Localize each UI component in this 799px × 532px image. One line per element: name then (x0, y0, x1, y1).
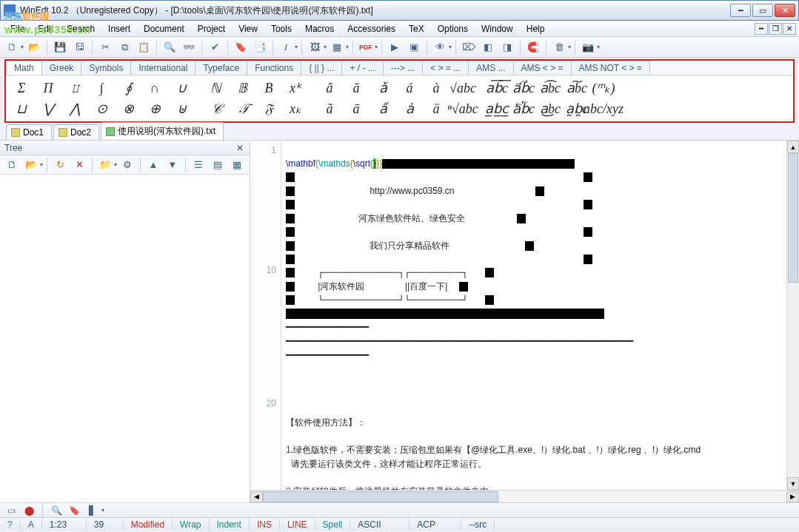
open-file-icon[interactable]: 📂 (25, 39, 43, 55)
symbol-cell[interactable]: ⊔ (8, 98, 35, 119)
compile-dvi-icon[interactable]: ▣ (405, 39, 423, 55)
tab-ams[interactable]: AMS ... (468, 61, 513, 75)
find-in-files-icon[interactable]: 👓 (180, 39, 198, 55)
symbol-cell[interactable]: √abc (449, 78, 476, 98)
mdi-close-button[interactable]: ✕ (783, 23, 796, 35)
mdi-minimize-button[interactable]: ━ (755, 23, 768, 35)
menu-search[interactable]: Search (61, 22, 101, 36)
search-results-icon[interactable]: 🔍 (50, 505, 63, 516)
environment-icon[interactable]: ▦ (328, 39, 346, 55)
minimize-button[interactable]: ━ (730, 4, 751, 17)
menu-edit[interactable]: Edit (32, 22, 59, 36)
code-area[interactable]: \mathbf{\mathds{\sqrt{}}} http://www.pc0… (281, 141, 799, 490)
tree-sort-up-icon[interactable]: ▲ (144, 157, 162, 173)
symbol-cell[interactable]: ǎ (370, 78, 396, 98)
horizontal-scrollbar[interactable]: ◀ ▶ (250, 490, 799, 502)
tree-view2-icon[interactable]: ▤ (209, 157, 227, 173)
symbol-cell[interactable]: ȧ (396, 98, 423, 119)
tree-new-icon[interactable]: 🗋 (3, 157, 21, 173)
tree-props-icon[interactable]: ⚙ (118, 157, 136, 173)
bookmark-set-icon[interactable]: 🔖 (232, 39, 250, 55)
tab-braces[interactable]: { || } ... (301, 61, 342, 75)
compile-tex-icon[interactable]: ▶ (386, 39, 404, 55)
copy-icon[interactable]: ⧉ (116, 39, 133, 55)
symbol-cell[interactable]: xᵏ (282, 78, 309, 98)
find-icon[interactable]: 🔍 (161, 39, 178, 55)
tab-ams-rel[interactable]: AMS < > = (513, 61, 572, 75)
symbol-cell[interactable]: à (423, 78, 449, 98)
tab-typeface[interactable]: Typeface (195, 61, 247, 75)
tab-functions[interactable]: Functions (247, 61, 301, 75)
symbol-cell[interactable]: xₖ (282, 98, 309, 119)
symbol-cell[interactable]: a͞b͞c (484, 78, 510, 98)
vscroll-thumb[interactable] (788, 153, 798, 283)
symbol-cell[interactable]: á (396, 78, 423, 98)
symbol-cell[interactable]: ℕ (202, 78, 229, 98)
tree-refresh-icon[interactable]: ↻ (51, 157, 69, 173)
tree-sort-down-icon[interactable]: ▼ (164, 157, 181, 173)
tab-ams-not[interactable]: AMS NOT < > = (571, 61, 650, 75)
scroll-right-icon[interactable]: ▶ (786, 491, 799, 502)
symbol-cell[interactable]: ⨿ (61, 78, 88, 98)
symbol-cell[interactable]: 𝔉 (255, 98, 282, 119)
menu-document[interactable]: Document (138, 22, 190, 36)
symbol-cell[interactable]: ä (423, 98, 449, 119)
symbol-cell[interactable]: ā (343, 98, 370, 119)
symbol-cell[interactable]: ă (343, 78, 370, 98)
symbol-cell[interactable]: 𝒯 (229, 98, 255, 119)
tab-greek[interactable]: Greek (41, 61, 82, 75)
symbol-cell[interactable]: ⁿ√abc (449, 98, 476, 119)
menu-tex[interactable]: TeX (403, 22, 430, 36)
save-all-icon[interactable]: 🖫 (70, 39, 88, 55)
menu-file[interactable]: File (4, 22, 30, 36)
erase-aux-icon[interactable]: ⌦ (460, 39, 478, 55)
symbol-cell[interactable]: Σ (8, 78, 35, 98)
symbol-cell[interactable]: ⊕ (141, 98, 168, 119)
doc-tab-1[interactable]: Doc1 (6, 124, 52, 140)
status-line[interactable]: LINE (280, 518, 315, 531)
section-icon[interactable]: 🖼 (306, 39, 324, 55)
symbol-cell[interactable]: a⃖b⃖c (510, 98, 537, 119)
tree-folder-icon[interactable]: 📁 (96, 157, 114, 173)
tree-view1-icon[interactable]: ☰ (190, 157, 207, 173)
hscroll-thumb[interactable] (263, 491, 498, 502)
tab-rel[interactable]: < > = ... (422, 61, 469, 75)
italic-icon[interactable]: I (277, 39, 295, 55)
paste-icon[interactable]: 📋 (135, 39, 153, 55)
symbol-cell[interactable]: ⋀ (61, 98, 88, 119)
doc-tab-3[interactable]: 使用说明(河东软件园).txt (101, 122, 224, 140)
vertical-scrollbar[interactable]: ▲ ▼ (786, 141, 799, 490)
doc-tab-2[interactable]: Doc2 (53, 124, 99, 140)
status-help[interactable]: ? (0, 518, 21, 531)
tree-view3-icon[interactable]: ▦ (228, 157, 246, 173)
symbol-cell[interactable]: ⊎ (168, 98, 195, 119)
bookmarks-icon[interactable]: 🔖 (67, 505, 81, 516)
maximize-button[interactable]: ▭ (752, 4, 773, 17)
bookmark-goto-icon[interactable]: 📑 (251, 39, 269, 55)
recorder-icon[interactable]: ▋ (85, 505, 98, 516)
tab-math[interactable]: Math (6, 61, 42, 75)
symbol-cell[interactable]: a͜bc (537, 98, 564, 119)
menu-tools[interactable]: Tools (265, 22, 298, 36)
console-icon[interactable]: ▭ (4, 505, 18, 516)
symbol-cell[interactable]: a̋ (370, 98, 396, 119)
scroll-up-icon[interactable]: ▲ (787, 141, 799, 153)
symbol-cell[interactable]: Π (35, 78, 61, 98)
symbol-cell[interactable]: a͠bc (564, 78, 590, 98)
symbol-cell[interactable]: 𝔹 (229, 78, 255, 98)
symbol-cell[interactable]: ã (316, 98, 343, 119)
errors-icon[interactable]: ⬤ (22, 505, 36, 516)
spellcheck-icon[interactable]: ✔ (206, 39, 224, 55)
tab-arrows[interactable]: ---> ... (383, 61, 423, 75)
symbol-cell[interactable]: ∩ (141, 78, 168, 98)
symbol-cell[interactable]: ⊙ (88, 98, 115, 119)
tree-body[interactable] (0, 175, 250, 502)
tab-international[interactable]: International (130, 61, 195, 75)
save-icon[interactable]: 💾 (51, 39, 69, 55)
symbol-cell[interactable]: ∫ (88, 78, 115, 98)
tool-x2-icon[interactable]: ◨ (498, 39, 516, 55)
tab-pm[interactable]: + / - ... (341, 61, 383, 75)
menu-window[interactable]: Window (475, 22, 519, 36)
symbol-cell[interactable]: abc/xyz (590, 98, 617, 119)
menu-macros[interactable]: Macros (299, 22, 340, 36)
